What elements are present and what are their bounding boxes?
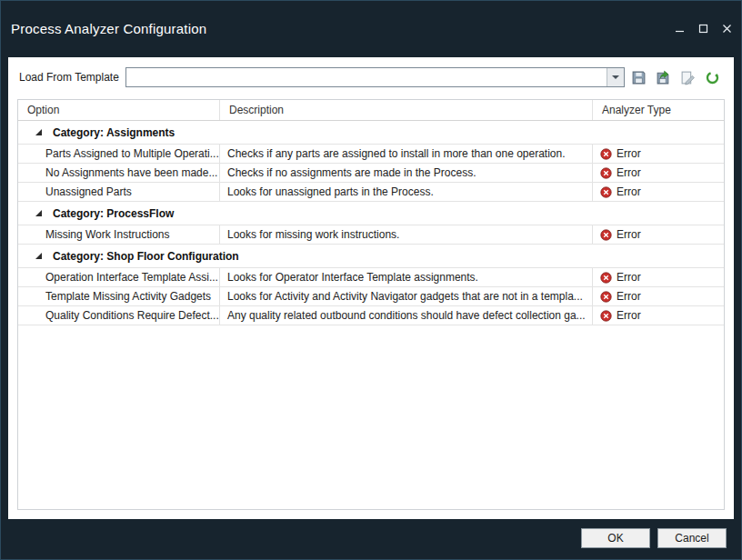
analyzer-type-cell: Error: [593, 287, 724, 305]
close-icon: [722, 24, 732, 34]
save-as-template-button[interactable]: [652, 66, 674, 88]
template-combobox[interactable]: [125, 67, 625, 87]
expander-icon[interactable]: [35, 209, 44, 217]
template-toolbar: Load From Template: [8, 57, 734, 97]
titlebar[interactable]: Process Analyzer Configuration: [1, 1, 741, 48]
table-row[interactable]: Template Missing Activity Gadgets Looks …: [18, 287, 724, 306]
analyzer-type-cell: Error: [593, 183, 724, 201]
table-row[interactable]: Operation Interface Template Assi... Loo…: [18, 268, 724, 287]
maximize-button[interactable]: [697, 23, 708, 34]
group-row-shop-floor-configuration[interactable]: Category: Shop Floor Configuration: [18, 245, 724, 268]
option-cell: Parts Assigned to Multiple Operati...: [18, 145, 220, 163]
description-cell: Looks for missing work instructions.: [220, 225, 593, 244]
analyzer-options-table: Option Description Analyzer Type Categor…: [17, 99, 725, 510]
error-icon: [600, 291, 612, 303]
analyzer-type-label: Error: [617, 147, 641, 160]
description-cell: Checks if no assignments are made in the…: [220, 164, 593, 182]
table-row[interactable]: Unassigned Parts Looks for unassigned pa…: [18, 183, 724, 202]
error-icon: [600, 272, 612, 284]
description-cell: Any quality related outbound conditions …: [220, 306, 593, 325]
load-from-template-label: Load From Template: [19, 71, 119, 84]
minimize-icon: [675, 24, 685, 34]
table-row[interactable]: No Assignments have been made... Checks …: [18, 164, 724, 183]
analyzer-type-cell: Error: [593, 306, 724, 325]
analyzer-type-label: Error: [617, 290, 641, 303]
analyzer-type-label: Error: [617, 166, 641, 179]
group-label: Category: Shop Floor Configuration: [53, 250, 239, 263]
analyzer-type-label: Error: [617, 271, 641, 284]
save-icon: [631, 70, 647, 85]
table-row[interactable]: Quality Conditions Require Defect... Any…: [18, 306, 724, 325]
table-row[interactable]: Missing Work Instructions Looks for miss…: [18, 225, 724, 245]
description-cell: Looks for Activity and Activity Navigato…: [220, 287, 593, 305]
option-cell: No Assignments have been made...: [18, 164, 220, 182]
group-row-assignments[interactable]: Category: Assignments: [18, 121, 724, 145]
ok-button[interactable]: OK: [581, 528, 650, 548]
description-cell: Looks for Operator Interface Template as…: [220, 268, 593, 286]
group-row-processflow[interactable]: Category: ProcessFlow: [18, 202, 724, 225]
analyzer-type-label: Error: [617, 309, 641, 322]
maximize-icon: [698, 24, 708, 34]
description-cell: Checks if any parts are assigned to inst…: [220, 145, 593, 163]
group-label: Category: Assignments: [53, 126, 175, 139]
error-icon: [600, 229, 612, 241]
content-panel: Load From Template: [8, 57, 734, 519]
refresh-button[interactable]: [701, 66, 723, 88]
refresh-icon: [705, 70, 720, 85]
analyzer-type-cell: Error: [593, 164, 724, 182]
analyzer-type-label: Error: [617, 185, 641, 198]
table-row[interactable]: Parts Assigned to Multiple Operati... Ch…: [18, 145, 724, 164]
option-cell: Template Missing Activity Gadgets: [18, 287, 220, 305]
error-icon: [600, 167, 612, 179]
error-icon: [600, 310, 612, 322]
dialog-footer: OK Cancel: [581, 528, 727, 548]
column-header-option[interactable]: Option: [18, 100, 220, 120]
analyzer-type-label: Error: [617, 228, 641, 241]
minimize-button[interactable]: [674, 23, 685, 34]
template-combobox-input[interactable]: [126, 68, 607, 86]
save-as-template-icon: [656, 70, 671, 85]
column-header-analyzer-type[interactable]: Analyzer Type: [593, 100, 724, 120]
edit-icon: [680, 70, 696, 85]
save-template-button[interactable]: [627, 66, 649, 88]
analyzer-type-cell: Error: [593, 225, 724, 244]
close-button[interactable]: [721, 23, 732, 34]
error-icon: [600, 186, 612, 198]
expander-icon[interactable]: [35, 252, 44, 260]
combobox-dropdown-button[interactable]: [607, 68, 624, 86]
chevron-down-icon: [612, 75, 619, 79]
description-cell: Looks for unassigned parts in the Proces…: [220, 183, 593, 201]
option-cell: Quality Conditions Require Defect...: [18, 306, 220, 325]
table-header-row: Option Description Analyzer Type: [18, 100, 724, 121]
error-icon: [600, 148, 612, 160]
window-controls: [674, 23, 732, 34]
group-label: Category: ProcessFlow: [53, 207, 174, 220]
option-cell: Unassigned Parts: [18, 183, 220, 201]
expander-icon[interactable]: [35, 128, 44, 136]
analyzer-type-cell: Error: [593, 145, 724, 163]
window-title: Process Analyzer Configuration: [11, 21, 206, 36]
process-analyzer-configuration-window: Process Analyzer Configuration Load From…: [0, 0, 742, 560]
analyzer-type-cell: Error: [593, 268, 724, 286]
edit-template-button[interactable]: [677, 66, 698, 88]
option-cell: Operation Interface Template Assi...: [18, 268, 220, 286]
option-cell: Missing Work Instructions: [18, 225, 220, 244]
column-header-description[interactable]: Description: [220, 100, 593, 120]
cancel-button[interactable]: Cancel: [657, 528, 727, 548]
